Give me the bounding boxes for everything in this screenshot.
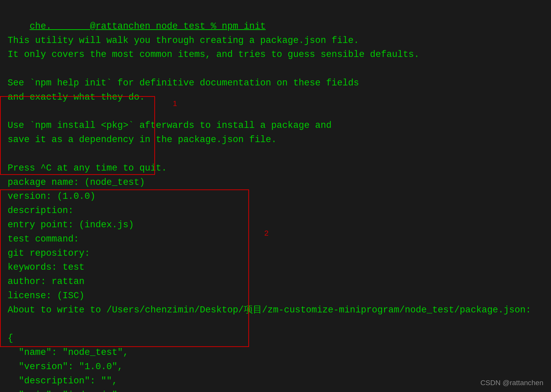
entry-point: entry point: (index.js) [8,220,134,230]
watermark: CSDN @rattanchen [480,379,543,387]
version: version: (1.0.0) [8,191,96,202]
annotation-label-1: 1 [173,99,177,108]
json-open: { [8,333,13,343]
keywords: keywords: test [8,262,84,273]
author: author: rattan [8,276,84,287]
test-command: test command: [8,234,79,244]
prompt-line: che. @rattanchen node_test % npm init [29,21,266,32]
npm-init-command: che. @rattanchen node_test % npm init [29,21,266,32]
line-3: See `npm help init` for definitive docum… [8,78,359,88]
description: description: [8,205,73,216]
line-1: This utility will walk you through creat… [8,35,359,46]
json-version: "version": "1.0.0", [8,361,123,372]
line-4: and exactly what they do. [8,92,145,102]
terminal-window: che. @rattanchen node_test % npm init Th… [0,0,551,392]
line-7: Press ^C at any time to quit. [8,163,167,173]
about-to-write: About to write to /Users/chenzimin/Deskt… [8,305,531,315]
line-6: save it as a dependency in the package.j… [8,134,277,145]
annotation-label-2: 2 [264,229,269,237]
json-name: "name": "node_test", [8,347,128,358]
license: license: (ISC) [8,291,84,301]
json-main: "main": "index.js", [8,390,123,392]
pkg-name: package name: (node_test) [8,177,145,188]
json-description: "description": "", [8,376,117,386]
terminal-content: che. @rattanchen node_test % npm init Th… [8,5,543,392]
git-repo: git repository: [8,248,90,259]
line-2: It only covers the most common items, an… [8,49,419,60]
line-5: Use `npm install <pkg>` afterwards to in… [8,120,332,131]
